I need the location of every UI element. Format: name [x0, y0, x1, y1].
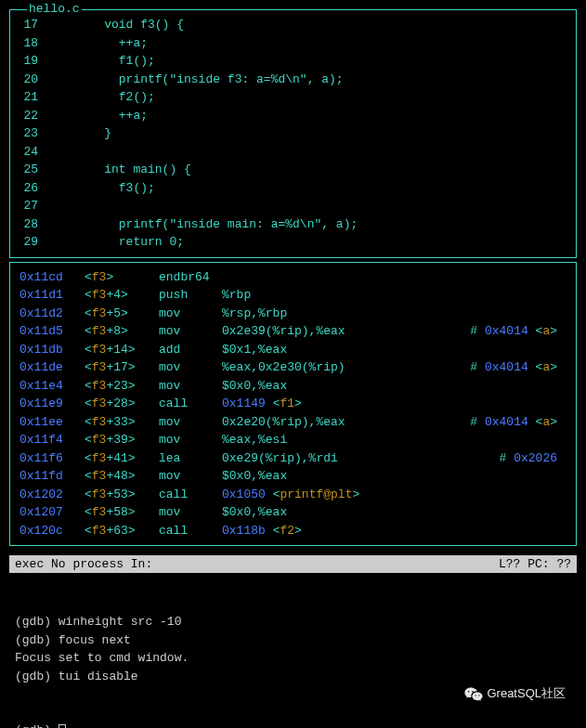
asm-comment: # 0x4014 <a>	[470, 322, 566, 341]
asm-line: 0x120c<f3+63>call0x118b <f2>	[20, 522, 566, 540]
line-number: 20	[20, 71, 75, 89]
asm-line: 0x11d1<f3+4>push%rbp	[20, 286, 566, 305]
asm-line: 0x11e9<f3+28>call0x1149 <f1>	[20, 395, 566, 413]
status-bar: exec No process In: L?? PC: ??	[9, 555, 577, 573]
source-code: f3();	[75, 179, 155, 198]
line-number: 29	[20, 233, 75, 252]
asm-address: 0x11e4	[20, 377, 85, 396]
cmd-line: (gdb) tui disable	[15, 668, 571, 686]
asm-operand: %rbp	[222, 286, 251, 305]
asm-line: 0x11d5<f3+8>mov0x2e39(%rip),%eax# 0x4014…	[20, 322, 566, 341]
gdb-command-area[interactable]: (gdb) winheight src -10(gdb) focus nextF…	[9, 573, 577, 728]
asm-line: 0x11f6<f3+41>lea0xe29(%rip),%rdi# 0x2026	[20, 449, 566, 468]
asm-line: 0x11d2<f3+5>mov%rsp,%rbp	[20, 305, 566, 323]
asm-line: 0x11de<f3+17>mov%eax,0x2e30(%rip)# 0x401…	[20, 358, 566, 377]
asm-panel: 0x11cd<f3>endbr640x11d1<f3+4>push%rbp0x1…	[9, 262, 577, 547]
asm-func-offset: <f3+58>	[85, 503, 159, 522]
status-right: L?? PC: ??	[499, 557, 571, 571]
asm-address: 0x11e9	[20, 395, 85, 413]
asm-mnemonic: endbr64	[159, 268, 222, 287]
source-line: 19 f1();	[10, 52, 576, 71]
source-code: printf("inside main: a=%d\n", a);	[75, 215, 358, 234]
asm-operand: $0x0,%eax	[222, 467, 287, 486]
line-number: 19	[20, 52, 75, 71]
asm-line: 0x11db<f3+14>add$0x1,%eax	[20, 341, 566, 359]
source-panel: hello.c 17 void f3() {18 ++a;19 f1();20 …	[9, 9, 577, 258]
asm-line: 0x11ee<f3+33>mov0x2e20(%rip),%eax# 0x401…	[20, 413, 566, 432]
asm-operand: %eax,0x2e30(%rip)	[222, 358, 345, 377]
source-code	[75, 197, 104, 215]
asm-operand: $0x1,%eax	[222, 341, 287, 359]
asm-address: 0x11de	[20, 358, 85, 377]
asm-address: 0x11d1	[20, 286, 85, 305]
asm-func-offset: <f3>	[85, 268, 159, 287]
cmd-line: (gdb) winheight src -10	[15, 613, 571, 631]
asm-func-offset: <f3+48>	[85, 467, 159, 486]
asm-address: 0x11ee	[20, 413, 85, 432]
line-number: 24	[20, 143, 75, 162]
asm-mnemonic: add	[159, 341, 222, 359]
source-line: 21 f2();	[10, 88, 576, 107]
line-number: 25	[20, 161, 75, 179]
asm-operand: 0xe29(%rip),%rdi	[222, 449, 338, 468]
line-number: 28	[20, 215, 75, 234]
asm-address: 0x11f6	[20, 449, 85, 468]
asm-func-offset: <f3+5>	[85, 305, 159, 323]
source-line: 26 f3();	[10, 179, 576, 198]
source-code	[75, 143, 104, 162]
asm-mnemonic: mov	[159, 322, 222, 341]
asm-func-offset: <f3+39>	[85, 431, 159, 449]
cmd-line: Focus set to cmd window.	[15, 649, 571, 668]
line-number: 17	[20, 16, 75, 34]
source-code: void f3() {	[75, 16, 184, 34]
asm-func-offset: <f3+33>	[85, 413, 159, 432]
source-code: printf("inside f3: a=%d\n", a);	[75, 71, 344, 89]
asm-line: 0x1207<f3+58>mov$0x0,%eax	[20, 503, 566, 522]
asm-mnemonic: call	[159, 486, 222, 504]
asm-operand: 0x1050 <printf@plt>	[222, 486, 359, 504]
asm-operand: %rsp,%rbp	[222, 305, 287, 323]
asm-func-offset: <f3+63>	[85, 522, 159, 540]
watermark-text: GreatSQL社区	[487, 685, 566, 702]
watermark: GreatSQL社区	[464, 685, 566, 702]
asm-line: 0x1202<f3+53>call0x1050 <printf@plt>	[20, 486, 566, 504]
source-code: int main() {	[75, 161, 191, 179]
asm-mnemonic: mov	[159, 377, 222, 396]
source-line: 27	[10, 197, 576, 215]
asm-mnemonic: push	[159, 286, 222, 305]
cmd-line: (gdb) focus next	[15, 631, 571, 650]
asm-func-offset: <f3+23>	[85, 377, 159, 396]
asm-comment: # 0x4014 <a>	[470, 413, 566, 432]
source-code: }	[75, 124, 111, 143]
asm-mnemonic: mov	[159, 413, 222, 432]
asm-line: 0x11e4<f3+23>mov$0x0,%eax	[20, 377, 566, 396]
source-line: 29 return 0;	[10, 233, 576, 252]
cursor-icon	[59, 724, 66, 728]
asm-operand: 0x2e39(%rip),%eax	[222, 322, 345, 341]
gdb-prompt-line[interactable]: (gdb)	[15, 722, 571, 728]
wechat-icon	[464, 686, 483, 701]
source-code: f1();	[75, 52, 155, 71]
line-number: 21	[20, 88, 75, 107]
source-line: 18 ++a;	[10, 34, 576, 53]
asm-operand: 0x1149 <f1>	[222, 395, 302, 413]
asm-operand: 0x118b <f2>	[222, 522, 302, 540]
asm-address: 0x11db	[20, 341, 85, 359]
line-number: 26	[20, 179, 75, 198]
source-code: f2();	[75, 88, 155, 107]
source-line: 17 void f3() {	[10, 16, 576, 34]
asm-func-offset: <f3+17>	[85, 358, 159, 377]
asm-address: 0x11cd	[20, 268, 85, 287]
source-code: return 0;	[75, 233, 184, 252]
source-line: 20 printf("inside f3: a=%d\n", a);	[10, 71, 576, 89]
asm-func-offset: <f3+41>	[85, 449, 159, 468]
line-number: 27	[20, 197, 75, 215]
asm-address: 0x120c	[20, 522, 85, 540]
asm-line: 0x11cd<f3>endbr64	[20, 268, 566, 287]
asm-mnemonic: mov	[159, 305, 222, 323]
source-code: ++a;	[75, 34, 148, 53]
asm-func-offset: <f3+4>	[85, 286, 159, 305]
asm-func-offset: <f3+28>	[85, 395, 159, 413]
line-number: 22	[20, 107, 75, 125]
asm-address: 0x11fd	[20, 467, 85, 486]
